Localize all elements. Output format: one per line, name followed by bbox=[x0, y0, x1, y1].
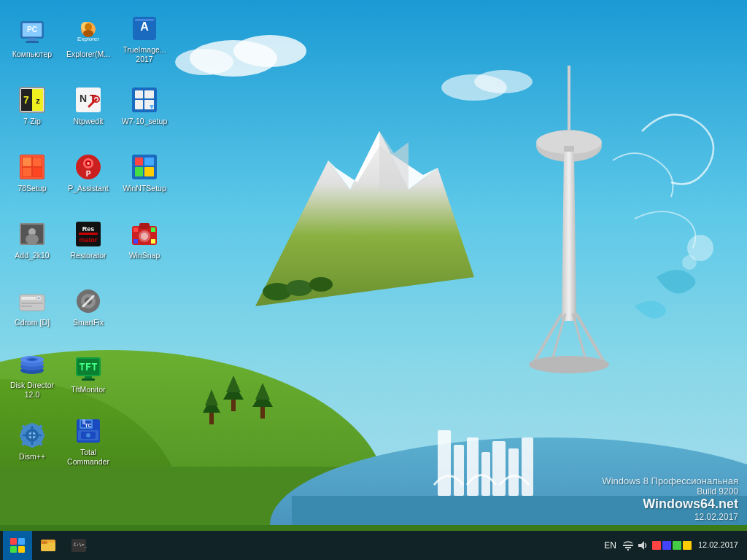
watermark-date: 12.02.2017 bbox=[602, 512, 738, 522]
svg-rect-79 bbox=[33, 158, 42, 166]
trueimage-icon: A bbox=[130, 14, 159, 43]
desktop-icon-computer[interactable]: PC Компьютер bbox=[6, 6, 58, 71]
explorer-icon-label: Explorer(M... bbox=[66, 50, 110, 59]
desktop-icon-add2k10[interactable]: Add_2k10 bbox=[6, 207, 58, 273]
desktop-icons-area: PC Компьютер Explorer Explorer(M... bbox=[0, 0, 175, 525]
svg-rect-170 bbox=[673, 541, 681, 550]
desktop-icon-empty1 bbox=[118, 274, 171, 340]
desktop-icon-78setup[interactable]: 78Setup bbox=[6, 140, 58, 206]
watermark-os-name: Windows 8 Профессиональная bbox=[602, 475, 738, 486]
svg-text:TFT: TFT bbox=[79, 361, 97, 373]
svg-rect-91 bbox=[144, 167, 154, 176]
tftmon-icon-label: TftMonitor bbox=[71, 385, 105, 394]
winnts-icon bbox=[130, 152, 159, 182]
svg-rect-88 bbox=[135, 158, 143, 166]
svg-rect-155 bbox=[10, 538, 17, 545]
passist-icon-label: P_Assistant bbox=[68, 184, 108, 193]
svg-rect-169 bbox=[662, 541, 671, 550]
svg-rect-89 bbox=[144, 158, 154, 166]
svg-rect-164 bbox=[623, 545, 633, 546]
svg-rect-158 bbox=[18, 546, 25, 553]
desktop-icon-winnts[interactable]: WinNTSetup bbox=[118, 140, 171, 206]
svg-rect-168 bbox=[652, 541, 661, 550]
svg-rect-80 bbox=[23, 168, 31, 176]
taskbar-icon-cmd[interactable]: C:\>_ bbox=[64, 531, 93, 560]
svg-text:TC: TC bbox=[85, 423, 91, 428]
desktop-icon-trueimage[interactable]: A TrueImage... 2017 bbox=[118, 6, 171, 71]
taskbar-cmd-icon: C:\>_ bbox=[70, 537, 88, 554]
svg-rect-133 bbox=[82, 378, 95, 381]
computer-icon: PC bbox=[18, 18, 47, 47]
start-button[interactable] bbox=[3, 531, 32, 560]
cdrom-icon bbox=[18, 287, 47, 316]
svg-rect-114 bbox=[21, 306, 32, 307]
desktop-icon-empty2 bbox=[118, 341, 171, 407]
svg-rect-110 bbox=[21, 297, 36, 300]
svg-rect-78 bbox=[23, 158, 31, 166]
svg-rect-171 bbox=[683, 541, 692, 550]
smartfix-icon-label: SmartFix bbox=[73, 318, 104, 327]
taskbar-language[interactable]: EN bbox=[604, 540, 616, 551]
svg-point-112 bbox=[38, 298, 40, 300]
desktop-icon-restorator[interactable]: Res mator Restorator bbox=[62, 207, 115, 273]
desktop-icon-explorer[interactable]: Explorer Explorer(M... bbox=[62, 6, 115, 71]
explorer-icon: Explorer bbox=[74, 18, 103, 47]
windows-watermark: Windows 8 Профессиональная Build 9200 Wi… bbox=[602, 475, 738, 522]
desktop-icon-winsnap[interactable]: WinSnap bbox=[118, 207, 171, 273]
totalcmd-icon-label: Total Commander bbox=[65, 448, 112, 466]
7zip-icon-label: 7-Zip bbox=[23, 117, 41, 126]
svg-rect-107 bbox=[133, 239, 138, 244]
svg-point-153 bbox=[86, 433, 90, 438]
totalcmd-icon: TC bbox=[74, 416, 103, 446]
desktop-icon-smartfix[interactable]: SmartFix bbox=[62, 274, 115, 340]
desktop-icon-7zip[interactable]: 7 z 7-Zip bbox=[6, 73, 58, 139]
svg-rect-71 bbox=[135, 90, 143, 98]
svg-rect-113 bbox=[21, 303, 43, 304]
taskbar-clock[interactable]: 12.02.2017 bbox=[698, 540, 738, 551]
svg-rect-99 bbox=[79, 233, 98, 235]
notification-flags-icon bbox=[651, 540, 692, 551]
svg-rect-58 bbox=[135, 19, 154, 21]
diskdir-icon bbox=[18, 349, 47, 378]
desktop-icon-tftmon[interactable]: TFT TftMonitor bbox=[62, 341, 115, 407]
svg-text:P: P bbox=[86, 170, 91, 178]
svg-rect-105 bbox=[133, 228, 138, 232]
svg-rect-49 bbox=[26, 41, 39, 43]
system-tray-icons bbox=[622, 540, 692, 551]
w7setup-icon bbox=[130, 85, 159, 114]
svg-rect-90 bbox=[135, 167, 143, 176]
trueimage-icon-label: TrueImage... 2017 bbox=[121, 45, 168, 63]
diskdir-icon-label: Disk Director 12.0 bbox=[9, 381, 55, 399]
taskbar-icon-explorer[interactable] bbox=[34, 531, 63, 560]
network-icon bbox=[622, 540, 634, 551]
restorator-icon: Res mator bbox=[74, 219, 103, 249]
desktop-icon-totalcmd[interactable]: TC Total Commander bbox=[62, 408, 115, 474]
desktop-icon-ntpwedit[interactable]: N T Ntpwedit bbox=[62, 73, 115, 139]
svg-text:C:\>_: C:\>_ bbox=[74, 542, 87, 548]
w7setup-icon-label: W7-10_setup bbox=[122, 117, 167, 126]
desktop-icon-passist[interactable]: P P_Assistant bbox=[62, 140, 115, 206]
78setup-icon bbox=[18, 152, 47, 182]
desktop-icon-w7setup[interactable]: W7-10_setup bbox=[118, 73, 171, 139]
svg-rect-106 bbox=[151, 228, 155, 232]
watermark-site: Windows64.net bbox=[602, 497, 738, 512]
desktop-icon-diskdir[interactable]: Disk Director 12.0 bbox=[6, 341, 58, 407]
dismpp-icon bbox=[18, 421, 47, 450]
svg-marker-167 bbox=[638, 541, 644, 550]
svg-text:Res: Res bbox=[82, 225, 95, 233]
winsnap-icon-label: WinSnap bbox=[129, 251, 160, 260]
svg-point-104 bbox=[141, 233, 148, 240]
desktop-icon-cdrom[interactable]: Cdrom [D] bbox=[6, 274, 58, 340]
78setup-icon-label: 78Setup bbox=[18, 184, 46, 193]
svg-rect-161 bbox=[41, 541, 47, 544]
desktop-icon-dismpp[interactable]: Dism++ bbox=[6, 408, 58, 474]
tftmon-icon: TFT bbox=[74, 354, 103, 383]
svg-rect-48 bbox=[28, 38, 36, 41]
svg-rect-157 bbox=[10, 546, 17, 553]
smartfix-icon bbox=[74, 287, 103, 316]
svg-text:mator: mator bbox=[79, 236, 98, 244]
svg-rect-108 bbox=[151, 239, 155, 244]
taskbar-date: 12.02.2017 bbox=[698, 540, 738, 551]
volume-icon bbox=[637, 540, 649, 551]
taskbar: C:\>_ EN bbox=[0, 531, 747, 560]
